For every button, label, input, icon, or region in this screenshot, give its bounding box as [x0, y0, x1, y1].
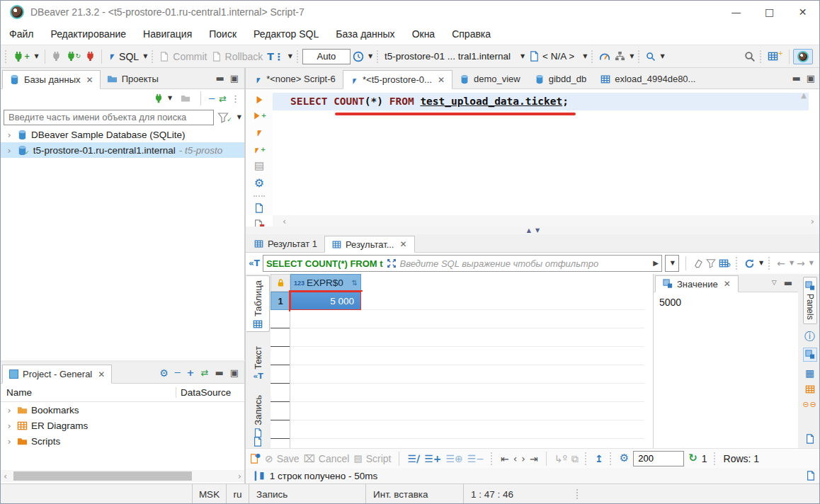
minimize-panel-icon[interactable]: ▬: [784, 278, 792, 287]
transaction-log-button[interactable]: ▼: [351, 50, 375, 64]
output-log-icon[interactable]: [806, 471, 816, 481]
menu-navigation[interactable]: Навигация: [143, 28, 192, 40]
filter-history-dropdown[interactable]: ▼: [665, 255, 679, 272]
expand-all-icon[interactable]: +: [187, 368, 195, 377]
tab-gibdd-db[interactable]: gibdd_db: [528, 69, 594, 88]
scroll-right-icon[interactable]: ›: [811, 217, 820, 226]
tab-value[interactable]: Значение ✕: [655, 275, 739, 292]
network-tools-button[interactable]: ▼: [613, 50, 636, 63]
execute-script-icon[interactable]: ⎖: [255, 127, 264, 138]
scroll-right-icon[interactable]: ›: [238, 471, 244, 481]
minimize-panel-icon[interactable]: ▬: [215, 368, 223, 377]
first-page-icon[interactable]: ⇤: [501, 454, 509, 464]
close-icon[interactable]: ✕: [98, 370, 105, 379]
presentation-tab-record[interactable]: Запись: [246, 391, 270, 435]
export-data-icon[interactable]: ↥: [595, 454, 603, 464]
explain-plan-icon[interactable]: ▤: [254, 161, 264, 171]
refresh-results-icon[interactable]: [744, 258, 755, 269]
tree-item-bookmarks[interactable]: › Bookmarks: [1, 402, 244, 418]
sql-editor-button[interactable]: ⎖SQL▼: [106, 50, 149, 64]
active-connection-combo[interactable]: t5-prostore-01 ... tral1.internal▼: [382, 50, 527, 63]
chevron-right-icon[interactable]: ›: [5, 130, 13, 139]
tree-item-scripts[interactable]: › Scripts: [1, 433, 244, 449]
save-button[interactable]: ⊘Save: [265, 453, 300, 464]
apply-filter-icon[interactable]: ▶: [653, 260, 659, 267]
filter-dropdown-icon[interactable]: ▼: [237, 115, 241, 120]
eraser-icon[interactable]: [693, 258, 703, 269]
active-schema-combo[interactable]: < N/A >▼: [527, 50, 589, 63]
open-perspective-button[interactable]: +: [765, 50, 785, 63]
edit-row-icon[interactable]: ☰∕: [407, 454, 420, 464]
sort-filter-icon[interactable]: ⇅: [352, 280, 358, 287]
sash-down-icon[interactable]: ▼: [535, 228, 540, 234]
execute-new-tab-icon[interactable]: +: [252, 111, 267, 120]
new-folder-button[interactable]: [178, 92, 193, 105]
column-header-datasource[interactable]: DataSource: [176, 387, 244, 398]
tab-project-general[interactable]: Project - General ✕: [2, 365, 112, 384]
menu-database[interactable]: База данных: [336, 28, 394, 40]
editor-vscroll-up-icon[interactable]: ▲: [801, 92, 807, 99]
connect-button[interactable]: [49, 50, 64, 63]
caret-position-segment[interactable]: 1 : 47 : 46: [463, 484, 569, 504]
last-page-icon[interactable]: ⇥: [530, 454, 538, 464]
open-console-icon[interactable]: [253, 437, 263, 447]
sql-editor-canvas[interactable]: SELECT COUNT(*) FROM test_upload_data.ti…: [273, 89, 809, 215]
dbeaver-perspective-button[interactable]: [793, 49, 813, 64]
tab-script-6[interactable]: ⎖ *<none> Script-6: [247, 69, 343, 88]
maximize-panel-icon[interactable]: ▣: [807, 74, 815, 83]
duplicate-row-icon[interactable]: ☰⊕: [445, 454, 462, 464]
focus-value-icon[interactable]: ⧉: [571, 454, 579, 464]
minimize-panel-icon[interactable]: ▬: [215, 74, 224, 83]
next-page-icon[interactable]: ›: [521, 454, 525, 464]
quick-search-button[interactable]: [742, 50, 758, 64]
tree-item-er-diagrams[interactable]: › ER Diagrams: [1, 418, 244, 433]
menu-search[interactable]: Поиск: [209, 28, 237, 40]
tree-item-sample-db[interactable]: › DBeaver Sample Database (SQLite): [1, 127, 244, 142]
gear-icon[interactable]: ⚙: [159, 368, 169, 378]
refresh-dropdown-icon[interactable]: ▼: [759, 260, 763, 266]
tree-item-t5-prostore[interactable]: › ✓ t5-prostore-01.ru-central1.internal …: [1, 142, 244, 158]
edit-mode-segment[interactable]: Запись: [249, 484, 365, 504]
panels-button[interactable]: Panels: [803, 277, 817, 324]
tab-exload[interactable]: exload_4994de80...: [593, 69, 702, 88]
close-icon[interactable]: ✕: [86, 76, 93, 84]
close-icon[interactable]: ✕: [400, 240, 407, 248]
object-search-input[interactable]: [4, 110, 214, 125]
transaction-mode-button[interactable]: T⋮▼: [265, 50, 295, 63]
editor-hscrollbar[interactable]: ‹ ›: [273, 215, 820, 227]
new-output-icon[interactable]: ●: [249, 454, 261, 464]
chevron-down-icon[interactable]: ▽: [772, 280, 777, 286]
editor-settings-gear-icon[interactable]: ⚙: [254, 178, 264, 189]
tab-demo-view[interactable]: demo_view: [452, 69, 528, 88]
sql-table-name[interactable]: test_upload_data.ticket: [420, 96, 562, 107]
presentation-tab-text[interactable]: Текст «T: [246, 342, 270, 383]
nav-back-icon[interactable]: ←: [777, 258, 785, 268]
minimize-panel-icon[interactable]: ▬: [792, 74, 800, 83]
goto-row-icon[interactable]: ↳º: [554, 454, 567, 464]
commit-mode-combo[interactable]: Auto: [302, 49, 351, 64]
project-hscrollbar[interactable]: ‹ ›: [1, 470, 244, 482]
close-icon[interactable]: ✕: [438, 76, 445, 84]
filter-settings-icon[interactable]: [706, 258, 716, 268]
column-header-name[interactable]: Name: [1, 387, 176, 398]
maximize-button[interactable]: □: [753, 1, 786, 23]
menu-sql-editor[interactable]: Редактор SQL: [254, 28, 319, 40]
execute-script-new-icon[interactable]: ⎖+: [253, 144, 266, 154]
grid-column-header[interactable]: 123 EXPR$0 ⇅: [290, 274, 361, 292]
menu-windows[interactable]: Окна: [412, 28, 435, 40]
collapse-all-icon[interactable]: ─: [209, 94, 215, 103]
new-connection-button[interactable]: +▼: [11, 50, 41, 64]
rollback-button[interactable]: Rollback: [210, 50, 266, 64]
add-row-icon[interactable]: ☰+: [424, 454, 441, 464]
prev-page-icon[interactable]: ‹: [513, 454, 518, 464]
grid-cell-selected[interactable]: 5 000: [290, 292, 361, 310]
expand-filter-icon[interactable]: [387, 258, 397, 268]
view-menu-icon[interactable]: ⋮: [231, 94, 240, 103]
refresh-icon[interactable]: ↻: [688, 453, 697, 464]
value-panel-toggle[interactable]: [803, 348, 817, 362]
grid-corner-cell[interactable]: [271, 274, 290, 292]
nav-new-connection-button[interactable]: ▼: [152, 92, 174, 105]
reconnect-button[interactable]: ↻: [64, 50, 84, 63]
export-script-icon[interactable]: [254, 203, 264, 213]
editor-results-sash[interactable]: ▲ ▼: [246, 227, 820, 234]
